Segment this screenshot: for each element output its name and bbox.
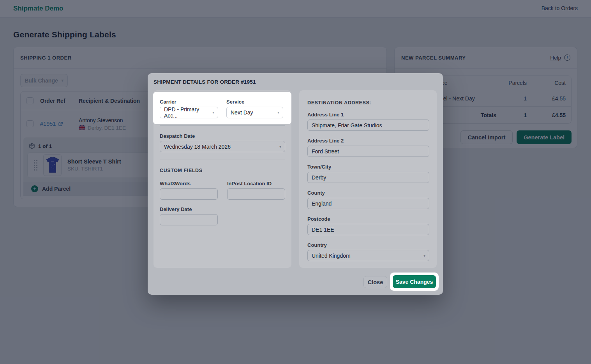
carrier-label: Carrier	[160, 99, 218, 104]
carrier-service-spotlight: Carrier DPD - Primary Acc... ▾ Service N…	[153, 92, 291, 124]
save-changes-button[interactable]: Save Changes	[393, 275, 436, 288]
app-canvas: Shipmate Demo Back to Orders Generate Sh…	[0, 0, 591, 364]
save-changes-spotlight: Save Changes	[390, 273, 439, 291]
service-label: Service	[226, 99, 283, 104]
chevron-down-icon: ▾	[277, 111, 279, 114]
service-value: Next Day	[231, 109, 253, 116]
tour-dim-overlay	[0, 0, 591, 364]
chevron-down-icon: ▾	[212, 111, 214, 114]
service-select[interactable]: Next Day ▾	[226, 107, 283, 118]
carrier-select[interactable]: DPD - Primary Acc... ▾	[160, 107, 218, 118]
carrier-value: DPD - Primary Acc...	[164, 106, 214, 119]
